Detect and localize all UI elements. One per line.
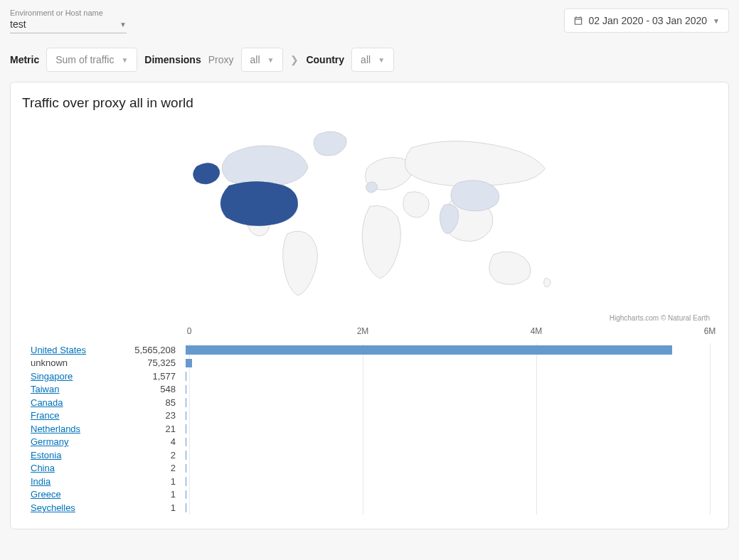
- axis-tick: 4M: [531, 326, 543, 336]
- axis-tick: 0: [187, 326, 192, 336]
- calendar-icon: [573, 16, 583, 26]
- bar-row: India1: [22, 475, 717, 488]
- caret-down-icon: ▼: [378, 56, 385, 64]
- bar-row: Netherlands21: [22, 422, 717, 436]
- bar-row: Greece1: [22, 488, 717, 502]
- bar-value: 5,565,208: [129, 345, 186, 355]
- bar-value: 21: [129, 424, 186, 434]
- bar-fill: [186, 372, 186, 381]
- bar-track: [186, 422, 710, 436]
- bar-row: Singapore1,577: [22, 370, 717, 383]
- world-map-svg: [164, 114, 576, 313]
- bar-row: United States5,565,208: [22, 343, 717, 357]
- country-link[interactable]: France: [31, 410, 59, 421]
- bar-value: 4: [129, 436, 186, 447]
- country-bar-chart: 02M4M6M United States5,565,208unknown75,…: [22, 326, 717, 515]
- bar-value: 1: [129, 476, 186, 487]
- metric-label: Metric: [10, 54, 39, 65]
- bar-track: [186, 357, 710, 370]
- bar-fill: [186, 385, 186, 394]
- environment-value: test: [10, 18, 26, 30]
- bar-fill: [186, 477, 186, 486]
- proxy-label: Proxy: [208, 54, 234, 65]
- map-credit: Highcharts.com © Natural Earth: [22, 314, 710, 322]
- country-link[interactable]: Singapore: [31, 371, 73, 382]
- bar-axis: 02M4M6M: [189, 326, 710, 343]
- bar-fill: [186, 398, 186, 407]
- country-link[interactable]: China: [31, 463, 55, 473]
- bar-row: Seychelles1: [22, 501, 717, 515]
- bar-track: [186, 383, 710, 397]
- bar-track: [186, 370, 710, 383]
- bar-row: France23: [22, 409, 717, 423]
- bar-value: 1,577: [129, 371, 186, 382]
- bar-value: 23: [129, 410, 186, 421]
- country-label: Country: [306, 54, 344, 65]
- date-range-value: 02 Jan 2020 - 03 Jan 2020: [589, 15, 708, 26]
- bar-track: [186, 462, 710, 475]
- bar-value: 2: [129, 450, 186, 461]
- country-link[interactable]: Estonia: [31, 450, 61, 461]
- country-link[interactable]: India: [31, 476, 50, 487]
- proxy-select[interactable]: all ▼: [241, 48, 284, 72]
- bar-track: [186, 475, 710, 488]
- bar-value: 1: [129, 489, 186, 500]
- bar-value: 75,325: [129, 357, 186, 368]
- bar-track: [186, 448, 710, 462]
- country-link[interactable]: Seychelles: [31, 502, 75, 513]
- bar-track: [186, 436, 710, 449]
- bar-fill: [186, 411, 186, 421]
- bar-row: Germany4: [22, 436, 717, 449]
- bar-track: [186, 343, 710, 357]
- bar-fill: [186, 345, 672, 355]
- caret-down-icon: ▼: [121, 56, 128, 64]
- bar-fill: [186, 464, 186, 473]
- country-name: unknown: [31, 357, 68, 368]
- bar-fill: [186, 438, 186, 447]
- bar-track: [186, 396, 710, 409]
- country-link[interactable]: Taiwan: [31, 384, 59, 394]
- bar-value: 85: [129, 397, 186, 408]
- country-link[interactable]: Canada: [31, 397, 63, 408]
- caret-down-icon: ▼: [119, 21, 127, 28]
- country-value: all: [361, 54, 371, 65]
- card-title: Traffic over proxy all in world: [22, 95, 717, 111]
- caret-down-icon: ▼: [713, 17, 720, 25]
- country-link[interactable]: Netherlands: [31, 424, 80, 434]
- chevron-right-icon: ❯: [290, 54, 299, 65]
- metric-value: Sum of traffic: [55, 54, 114, 65]
- world-map[interactable]: [22, 114, 717, 313]
- proxy-value: all: [250, 54, 260, 65]
- bar-row: China2: [22, 462, 717, 475]
- bar-fill: [186, 503, 186, 512]
- bar-row: Taiwan548: [22, 383, 717, 397]
- metric-select[interactable]: Sum of traffic ▼: [46, 48, 137, 72]
- bar-row: Estonia2: [22, 448, 717, 462]
- bar-rows: United States5,565,208unknown75,325Singa…: [22, 343, 717, 515]
- bar-fill: [186, 359, 192, 368]
- traffic-card: Traffic over proxy all in world: [10, 82, 729, 529]
- bar-value: 1: [129, 502, 186, 513]
- axis-tick: 2M: [357, 326, 369, 336]
- bar-row: Canada85: [22, 396, 717, 409]
- bar-row: unknown75,325: [22, 357, 717, 370]
- date-range-picker[interactable]: 02 Jan 2020 - 03 Jan 2020 ▼: [564, 9, 729, 33]
- dimensions-label: Dimensions: [144, 54, 201, 65]
- country-select[interactable]: all ▼: [351, 48, 394, 72]
- filter-bar: Metric Sum of traffic ▼ Dimensions Proxy…: [0, 33, 739, 82]
- country-link[interactable]: Greece: [31, 489, 61, 500]
- bar-value: 2: [129, 463, 186, 473]
- axis-tick: 6M: [704, 326, 716, 336]
- bar-fill: [186, 424, 186, 434]
- bar-track: [186, 488, 710, 502]
- environment-label: Environment or Host name: [10, 9, 127, 17]
- bar-track: [186, 501, 710, 515]
- country-link[interactable]: Germany: [31, 436, 68, 447]
- bar-fill: [186, 451, 186, 460]
- environment-select[interactable]: Environment or Host name test ▼: [10, 9, 127, 33]
- bar-track: [186, 409, 710, 423]
- bar-fill: [186, 490, 186, 500]
- bar-value: 548: [129, 384, 186, 394]
- country-link[interactable]: United States: [31, 345, 86, 355]
- caret-down-icon: ▼: [267, 56, 275, 64]
